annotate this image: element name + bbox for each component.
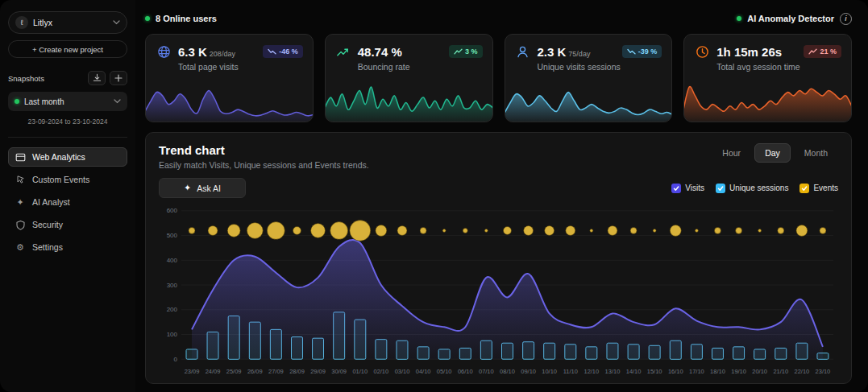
svg-text:24/09: 24/09: [206, 368, 221, 375]
trend-chart[interactable]: 010020030040050060023/0924/0925/0926/092…: [159, 201, 838, 380]
sidebar-item-custom-events[interactable]: Custom Events: [8, 170, 127, 189]
svg-text:27/09: 27/09: [268, 368, 284, 375]
svg-text:14/10: 14/10: [626, 368, 642, 375]
stat-value: 2.3 K: [538, 45, 567, 59]
stat-label: Unique visits sessions: [505, 60, 672, 72]
sparkline-chart: [505, 80, 673, 122]
project-name: Litlyx: [33, 18, 108, 27]
svg-text:11/10: 11/10: [563, 368, 578, 375]
sparkline-chart: [325, 80, 493, 122]
plus-icon: [114, 72, 123, 85]
anomaly-detector: AI Anomaly Detector i: [737, 13, 852, 25]
trend-badge: -46 %: [263, 45, 303, 58]
nav-label: Web Analytics: [32, 152, 85, 162]
sparkles-icon: ✦: [15, 198, 26, 207]
stat-card-bouncing-rate: 48.74 % 3 % Bouncing rate: [325, 34, 493, 122]
svg-text:25/09: 25/09: [226, 368, 242, 375]
nav-label: Security: [32, 220, 63, 229]
range-month-button[interactable]: Month: [794, 143, 838, 163]
app-window: ℓ Litlyx + Create new project Snapshots: [0, 0, 868, 392]
legend-unique-sessions[interactable]: Unique sessions: [716, 184, 788, 193]
online-dot: [145, 16, 150, 21]
trend-subtitle: Easily match Visits, Unique sessions and…: [159, 160, 369, 170]
svg-text:26/09: 26/09: [247, 368, 263, 375]
checkbox-checked-icon: [799, 184, 809, 193]
snapshot-select[interactable]: Last month: [8, 92, 127, 111]
browser-window-icon: [15, 152, 26, 163]
sidebar-item-security[interactable]: Security: [8, 215, 127, 234]
svg-text:03/10: 03/10: [395, 368, 410, 375]
export-snapshot-button[interactable]: [88, 71, 106, 85]
nav-label: AI Analyst: [32, 197, 70, 207]
trend-badge: -39 %: [622, 45, 662, 58]
svg-text:12/10: 12/10: [584, 368, 599, 375]
sidebar: ℓ Litlyx + Create new project Snapshots: [0, 0, 135, 392]
chevron-down-icon: [113, 20, 120, 25]
svg-text:300: 300: [167, 282, 178, 289]
stat-card-avg-session-time: 1h 15m 26s 21 % Total avg session time: [683, 34, 852, 122]
sparkline-chart: [683, 80, 852, 122]
svg-text:21/10: 21/10: [773, 368, 788, 375]
svg-text:08/10: 08/10: [500, 368, 515, 375]
sidebar-item-web-analytics[interactable]: Web Analytics: [8, 147, 127, 167]
svg-text:16/10: 16/10: [668, 368, 683, 375]
bounce-rate-icon: [335, 43, 351, 60]
svg-text:15/10: 15/10: [647, 368, 662, 375]
svg-text:22/10: 22/10: [795, 368, 810, 375]
gear-icon: ⚙: [15, 243, 26, 252]
chart-legend: Visits Unique sessions Events: [671, 184, 838, 193]
svg-text:20/10: 20/10: [752, 368, 767, 375]
checkbox-checked-icon: [716, 184, 725, 193]
trend-chart-area: 010020030040050060023/0924/0925/0926/092…: [159, 201, 838, 380]
snapshots-label: Snapshots: [8, 74, 84, 83]
stat-label: Bouncing rate: [326, 60, 492, 72]
svg-text:600: 600: [167, 207, 178, 214]
trend-panel: Trend chart Easily match Visits, Unique …: [145, 132, 852, 384]
sidebar-item-ai-analyst[interactable]: ✦ AI Analyst: [8, 192, 127, 212]
anomaly-status-dot: [737, 16, 741, 21]
trend-badge: 3 %: [449, 45, 483, 58]
snapshot-date-range: 23-09-2024 to 23-10-2024: [8, 118, 127, 126]
snapshots-row: Snapshots: [8, 71, 127, 85]
download-icon: [93, 72, 102, 85]
main-content: 8 Online users AI Anomaly Detector i 6.3…: [135, 0, 868, 392]
chevron-down-icon: [114, 99, 121, 104]
svg-text:02/10: 02/10: [374, 368, 389, 375]
svg-text:05/10: 05/10: [437, 368, 452, 375]
svg-text:06/10: 06/10: [458, 368, 473, 375]
ask-ai-button[interactable]: ✦ Ask AI: [159, 178, 246, 198]
stat-value: 48.74 %: [358, 45, 402, 59]
create-project-button[interactable]: + Create new project: [8, 40, 127, 58]
svg-text:28/09: 28/09: [289, 368, 305, 375]
range-day-button[interactable]: Day: [754, 143, 791, 163]
trend-up-icon: [454, 48, 463, 55]
trend-title: Trend chart: [159, 143, 369, 157]
stat-sub: 208/day: [210, 50, 235, 58]
svg-text:0: 0: [174, 356, 178, 363]
svg-text:500: 500: [167, 232, 178, 239]
globe-icon: [156, 43, 172, 60]
svg-text:04/10: 04/10: [416, 368, 431, 375]
user-icon: [515, 43, 531, 60]
svg-text:400: 400: [167, 257, 178, 264]
project-selector[interactable]: ℓ Litlyx: [8, 11, 127, 34]
info-icon[interactable]: i: [840, 13, 852, 25]
shield-icon: [15, 220, 26, 230]
add-snapshot-button[interactable]: [110, 71, 127, 85]
legend-visits[interactable]: Visits: [671, 184, 704, 193]
stat-label: Total page visits: [146, 60, 313, 72]
range-hour-button[interactable]: Hour: [712, 143, 751, 163]
legend-events[interactable]: Events: [799, 184, 838, 193]
svg-text:23/09: 23/09: [185, 368, 200, 375]
stat-value: 6.3 K: [178, 45, 207, 59]
svg-text:01/10: 01/10: [352, 368, 368, 375]
snapshot-value: Last month: [24, 97, 109, 106]
svg-text:13/10: 13/10: [605, 368, 621, 375]
svg-text:29/09: 29/09: [310, 368, 326, 375]
stat-sub: 75/day: [568, 50, 590, 58]
sidebar-item-settings[interactable]: ⚙ Settings: [8, 237, 127, 257]
trend-header: Trend chart Easily match Visits, Unique …: [159, 143, 369, 170]
svg-text:07/10: 07/10: [479, 368, 494, 375]
svg-text:18/10: 18/10: [710, 368, 725, 375]
stat-label: Total avg session time: [684, 60, 851, 72]
